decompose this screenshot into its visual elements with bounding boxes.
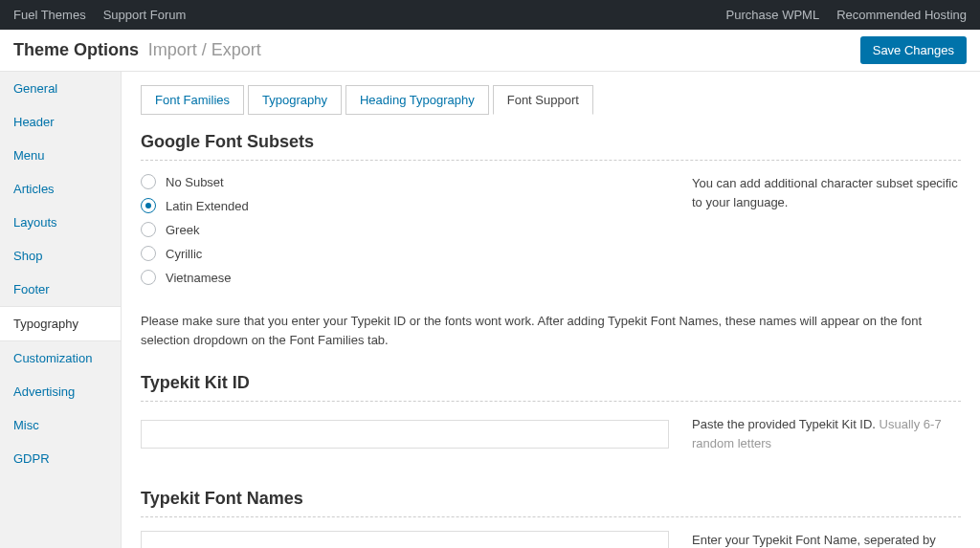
divider bbox=[141, 160, 961, 161]
divider bbox=[141, 401, 961, 402]
google-subsets-row: No SubsetLatin ExtendedGreekCyrillicViet… bbox=[141, 174, 961, 285]
sidebar-item-articles[interactable]: Articles bbox=[0, 172, 121, 206]
sidebar-item-layouts[interactable]: Layouts bbox=[0, 206, 121, 239]
tabs: Font FamiliesTypographyHeading Typograph… bbox=[141, 85, 961, 115]
section-title-google-font-subsets: Google Font Subsets bbox=[141, 132, 961, 152]
radio-circle-icon bbox=[141, 222, 156, 237]
sidebar-item-gdpr[interactable]: GDPR bbox=[0, 442, 121, 475]
topbar-left: Fuel Themes Support Forum bbox=[13, 8, 186, 22]
page-subtitle: Import / Export bbox=[148, 40, 261, 59]
kit-id-row: Paste the provided Typekit Kit ID. Usual… bbox=[141, 415, 961, 452]
radio-label: Greek bbox=[166, 223, 199, 237]
radio-option-latin-extended[interactable]: Latin Extended bbox=[141, 198, 669, 213]
radio-option-no-subset[interactable]: No Subset bbox=[141, 174, 669, 189]
section-title-typekit-font-names: Typekit Font Names bbox=[141, 489, 961, 509]
topbar-link-recommended-hosting[interactable]: Recommended Hosting bbox=[836, 8, 967, 22]
radio-label: Latin Extended bbox=[166, 199, 249, 213]
sidebar-item-menu[interactable]: Menu bbox=[0, 139, 121, 172]
page-title: Theme Options bbox=[13, 40, 139, 59]
font-names-input-wrap bbox=[141, 531, 669, 548]
google-subsets-options: No SubsetLatin ExtendedGreekCyrillicViet… bbox=[141, 174, 669, 285]
radio-circle-icon bbox=[141, 174, 156, 189]
radio-label: Cyrillic bbox=[166, 247, 202, 261]
topbar-link-support-forum[interactable]: Support Forum bbox=[103, 8, 187, 22]
sidebar-item-shop[interactable]: Shop bbox=[0, 239, 121, 273]
section-title-typekit-kit-id: Typekit Kit ID bbox=[141, 373, 961, 393]
sidebar-item-advertising[interactable]: Advertising bbox=[0, 375, 121, 408]
sidebar-item-typography[interactable]: Typography bbox=[0, 306, 121, 341]
font-names-row: Enter your Typekit Font Name, seperated … bbox=[141, 531, 961, 548]
radio-circle-icon bbox=[141, 198, 156, 213]
radio-circle-icon bbox=[141, 270, 156, 285]
main-layout: GeneralHeaderMenuArticlesLayoutsShopFoot… bbox=[0, 72, 980, 548]
sidebar-item-customization[interactable]: Customization bbox=[0, 341, 121, 375]
divider bbox=[141, 516, 961, 517]
kit-id-help-main: Paste the provided Typekit Kit ID. bbox=[692, 417, 880, 431]
typekit-kit-id-input[interactable] bbox=[141, 420, 669, 449]
tab-typography[interactable]: Typography bbox=[248, 85, 342, 115]
radio-option-vietnamese[interactable]: Vietnamese bbox=[141, 270, 669, 285]
content-area: Font FamiliesTypographyHeading Typograph… bbox=[122, 72, 980, 548]
radio-option-cyrillic[interactable]: Cyrillic bbox=[141, 246, 669, 261]
topbar-right: Purchase WPML Recommended Hosting bbox=[726, 8, 967, 22]
save-changes-button[interactable]: Save Changes bbox=[860, 36, 967, 64]
tab-heading-typography[interactable]: Heading Typography bbox=[345, 85, 489, 115]
sidebar-item-misc[interactable]: Misc bbox=[0, 408, 121, 442]
page-title-wrap: Theme Options Import / Export bbox=[13, 40, 261, 60]
radio-option-greek[interactable]: Greek bbox=[141, 222, 669, 237]
topbar-link-purchase-wpml[interactable]: Purchase WPML bbox=[726, 8, 820, 22]
google-subsets-help: You can add additional character subset … bbox=[692, 174, 961, 285]
sidebar-item-header[interactable]: Header bbox=[0, 105, 121, 139]
sidebar-item-general[interactable]: General bbox=[0, 72, 121, 105]
typekit-font-names-input[interactable] bbox=[141, 531, 669, 548]
radio-group-subsets: No SubsetLatin ExtendedGreekCyrillicViet… bbox=[141, 174, 669, 285]
top-admin-bar: Fuel Themes Support Forum Purchase WPML … bbox=[0, 0, 980, 30]
typekit-description: Please make sure that you enter your Typ… bbox=[141, 312, 961, 350]
page-header: Theme Options Import / Export Save Chang… bbox=[0, 30, 980, 72]
font-names-help-line1: Enter your Typekit Font Name, seperated … bbox=[692, 533, 940, 548]
radio-label: Vietnamese bbox=[166, 271, 231, 285]
tab-font-support[interactable]: Font Support bbox=[493, 85, 593, 115]
font-names-help: Enter your Typekit Font Name, seperated … bbox=[692, 531, 961, 548]
kit-id-input-wrap bbox=[141, 420, 669, 449]
kit-id-help: Paste the provided Typekit Kit ID. Usual… bbox=[692, 415, 961, 452]
radio-circle-icon bbox=[141, 246, 156, 261]
radio-label: No Subset bbox=[166, 175, 224, 189]
tab-font-families[interactable]: Font Families bbox=[141, 85, 244, 115]
sidebar: GeneralHeaderMenuArticlesLayoutsShopFoot… bbox=[0, 72, 122, 548]
sidebar-item-footer[interactable]: Footer bbox=[0, 273, 121, 306]
topbar-link-fuel-themes[interactable]: Fuel Themes bbox=[13, 8, 86, 22]
